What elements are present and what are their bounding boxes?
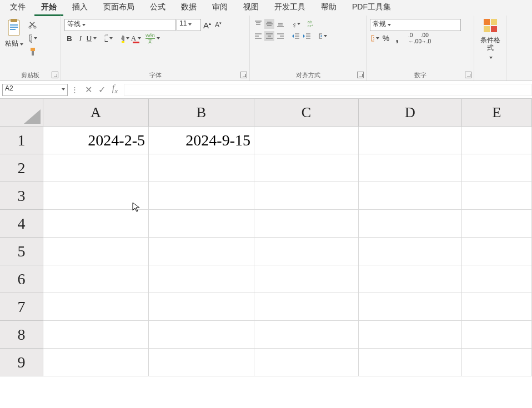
- tab-insert[interactable]: 插入: [66, 0, 94, 16]
- cell-C3[interactable]: [254, 182, 359, 210]
- orientation-button[interactable]: ab: [291, 19, 301, 29]
- cell-A7[interactable]: [43, 293, 149, 321]
- row-header-8[interactable]: 8: [0, 321, 43, 349]
- cell-A6[interactable]: [43, 265, 149, 293]
- insert-function-button[interactable]: fx: [108, 83, 122, 95]
- tab-formulas[interactable]: 公式: [143, 0, 172, 16]
- tab-home[interactable]: 开始: [34, 0, 63, 16]
- italic-button[interactable]: I: [76, 33, 86, 43]
- column-header-E[interactable]: E: [462, 99, 532, 127]
- fill-color-button[interactable]: [120, 33, 130, 43]
- cell-E1[interactable]: [462, 127, 532, 154]
- cell-A1[interactable]: 2024-2-5: [43, 127, 149, 154]
- enter-formula-button[interactable]: ✓: [95, 84, 108, 95]
- cell-A4[interactable]: [43, 210, 149, 238]
- font-launcher[interactable]: [240, 72, 247, 78]
- cell-E7[interactable]: [462, 293, 532, 321]
- tab-data[interactable]: 数据: [174, 0, 203, 16]
- cell-C1[interactable]: [254, 127, 359, 154]
- cell-E3[interactable]: [462, 182, 532, 210]
- increase-indent-button[interactable]: [302, 31, 312, 41]
- align-top-button[interactable]: [253, 19, 263, 29]
- cell-D5[interactable]: [359, 238, 462, 265]
- align-middle-button[interactable]: [264, 19, 274, 29]
- cell-C8[interactable]: [254, 321, 359, 349]
- clipboard-launcher[interactable]: [52, 72, 58, 78]
- percent-button[interactable]: %: [381, 33, 391, 43]
- cell-B2[interactable]: [149, 154, 254, 182]
- spreadsheet-grid[interactable]: ABCDE 123456789 2024-2-52024-9-15: [0, 99, 532, 408]
- cell-D7[interactable]: [359, 293, 462, 321]
- cell-B9[interactable]: [149, 349, 254, 376]
- tab-file[interactable]: 文件: [3, 0, 32, 16]
- cell-D9[interactable]: [359, 349, 462, 376]
- row-header-3[interactable]: 3: [0, 182, 43, 210]
- tab-help[interactable]: 帮助: [314, 0, 343, 16]
- paste-button[interactable]: 粘贴: [3, 19, 24, 70]
- tab-developer[interactable]: 开发工具: [268, 0, 312, 16]
- cell-C7[interactable]: [254, 293, 359, 321]
- column-header-C[interactable]: C: [254, 99, 359, 127]
- increase-decimal-button[interactable]: .0←.00: [410, 33, 420, 43]
- cell-B3[interactable]: [149, 182, 254, 210]
- cell-E4[interactable]: [462, 210, 532, 238]
- tab-review[interactable]: 审阅: [205, 0, 234, 16]
- font-size-select[interactable]: 11: [177, 19, 201, 31]
- row-header-9[interactable]: 9: [0, 349, 43, 376]
- conditional-format-button[interactable]: 条件格式: [478, 18, 503, 61]
- cell-D1[interactable]: [359, 127, 462, 154]
- cell-A2[interactable]: [43, 154, 149, 182]
- align-center-button[interactable]: [264, 31, 274, 41]
- underline-button[interactable]: U: [87, 33, 97, 43]
- cell-B1[interactable]: 2024-9-15: [149, 127, 254, 154]
- cell-B7[interactable]: [149, 293, 254, 321]
- align-right-button[interactable]: [275, 31, 285, 41]
- cell-E9[interactable]: [462, 349, 532, 376]
- wrap-text-button[interactable]: abc↵: [307, 19, 317, 29]
- phonetic-button[interactable]: wén文: [148, 33, 158, 43]
- cell-C6[interactable]: [254, 265, 359, 293]
- cell-D4[interactable]: [359, 210, 462, 238]
- cell-E6[interactable]: [462, 265, 532, 293]
- cell-D3[interactable]: [359, 182, 462, 210]
- formula-bar-options[interactable]: ⋮: [68, 85, 82, 94]
- tab-page-layout[interactable]: 页面布局: [97, 0, 141, 16]
- cell-C5[interactable]: [254, 238, 359, 265]
- cell-A3[interactable]: [43, 182, 149, 210]
- cell-C9[interactable]: [254, 349, 359, 376]
- row-header-1[interactable]: 1: [0, 127, 43, 154]
- merge-button[interactable]: [318, 31, 328, 41]
- cell-A9[interactable]: [43, 349, 149, 376]
- tab-view[interactable]: 视图: [237, 0, 265, 16]
- column-header-A[interactable]: A: [43, 99, 149, 127]
- bold-button[interactable]: B: [64, 33, 74, 43]
- cell-D2[interactable]: [359, 154, 462, 182]
- increase-font-button[interactable]: A▴: [202, 20, 212, 30]
- cell-E2[interactable]: [462, 154, 532, 182]
- cell-B8[interactable]: [149, 321, 254, 349]
- number-launcher[interactable]: [465, 72, 471, 78]
- cell-A5[interactable]: [43, 238, 149, 265]
- cancel-formula-button[interactable]: ✕: [82, 84, 95, 95]
- cell-C2[interactable]: [254, 154, 359, 182]
- row-header-4[interactable]: 4: [0, 210, 43, 238]
- column-header-B[interactable]: B: [149, 99, 254, 127]
- row-header-5[interactable]: 5: [0, 238, 43, 265]
- cell-C4[interactable]: [254, 210, 359, 238]
- column-header-D[interactable]: D: [359, 99, 462, 127]
- accounting-format-button[interactable]: ¥: [370, 33, 380, 43]
- cell-B5[interactable]: [149, 238, 254, 265]
- align-left-button[interactable]: [253, 31, 263, 41]
- decrease-font-button[interactable]: A▾: [213, 20, 223, 30]
- name-box[interactable]: A2: [2, 84, 68, 96]
- font-name-select[interactable]: 等线: [64, 19, 175, 31]
- cell-B4[interactable]: [149, 210, 254, 238]
- cell-B6[interactable]: [149, 265, 254, 293]
- formula-input[interactable]: [124, 84, 532, 96]
- select-all-corner[interactable]: [0, 99, 43, 127]
- row-header-6[interactable]: 6: [0, 265, 43, 293]
- font-color-button[interactable]: A: [131, 33, 141, 43]
- cell-D8[interactable]: [359, 321, 462, 349]
- cell-E5[interactable]: [462, 238, 532, 265]
- alignment-launcher[interactable]: [357, 72, 364, 78]
